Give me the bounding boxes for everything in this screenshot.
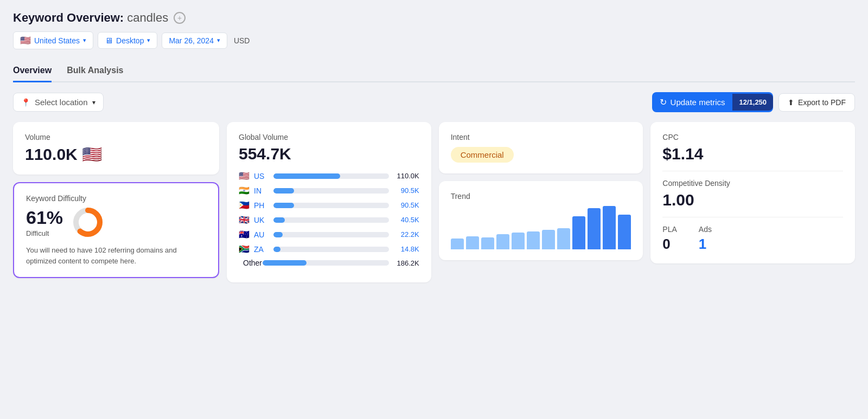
refresh-icon: ↻ [660, 97, 667, 107]
country-code[interactable]: AU [254, 230, 269, 239]
trend-bar [466, 236, 479, 249]
left-column: Volume 110.0K 🇺🇸 Keyword Difficulty 61% … [13, 122, 219, 278]
kd-percentage: 61% Difficult [26, 207, 63, 237]
intent-trend-column: Intent Commercial Trend [439, 122, 643, 260]
country-bar-container [273, 232, 389, 237]
country-bar-fill [273, 232, 283, 237]
kd-label: Keyword Difficulty [26, 194, 206, 203]
country-flag: 🇺🇸 [20, 35, 31, 46]
country-bar-fill [273, 203, 294, 208]
country-flag-icon: 🇺🇸 [239, 171, 250, 181]
ads-label: Ads [699, 225, 712, 234]
country-code[interactable]: ZA [254, 245, 269, 254]
country-flag-icon: 🇮🇳 [239, 185, 250, 196]
country-code[interactable]: PH [254, 201, 269, 210]
volume-label: Volume [25, 133, 207, 141]
filters-row: 🇺🇸 United States ▾ 🖥 Desktop ▾ Mar 26, 2… [13, 31, 855, 49]
cpc-label: CPC [662, 133, 843, 141]
device-filter[interactable]: 🖥 Desktop ▾ [98, 32, 157, 49]
country-value[interactable]: 90.5K [393, 201, 419, 209]
add-keyword-icon[interactable]: + [174, 12, 186, 24]
country-row: 🇺🇸 US 110.0K [239, 171, 419, 181]
country-flag-icon: 🇦🇺 [239, 229, 250, 240]
trend-bar [512, 233, 525, 249]
country-code[interactable]: US [254, 172, 269, 181]
update-metrics-main: ↻ Update metrics [652, 92, 733, 112]
kd-card: Keyword Difficulty 61% Difficult You wil… [13, 182, 219, 278]
cards-grid: Volume 110.0K 🇺🇸 Keyword Difficulty 61% … [13, 122, 855, 282]
country-flag-icon: 🇿🇦 [239, 244, 250, 254]
volume-flag: 🇺🇸 [82, 145, 102, 164]
page-title: Keyword Overview: candles [13, 11, 168, 25]
trend-label: Trend [451, 192, 631, 201]
country-bars: 🇺🇸 US 110.0K 🇮🇳 IN 90.5K 🇵🇭 PH 90.5K 🇬🇧 … [239, 171, 419, 254]
update-metrics-button[interactable]: ↻ Update metrics 12/1,250 [652, 92, 773, 112]
currency-label: USD [232, 33, 252, 48]
date-label: Mar 26, 2024 [169, 36, 214, 45]
pla-value: 0 [662, 236, 676, 253]
intent-badge: Commercial [451, 147, 514, 163]
country-code[interactable]: UK [254, 216, 269, 224]
country-bar-container [273, 217, 389, 223]
divider-1 [662, 171, 843, 171]
volume-value: 110.0K 🇺🇸 [25, 145, 207, 164]
country-label: United States [34, 36, 80, 45]
other-value: 186.2K [393, 259, 419, 267]
trend-bar [557, 228, 570, 249]
trend-bar [542, 230, 555, 249]
country-value[interactable]: 14.8K [393, 245, 419, 253]
density-value: 1.00 [662, 191, 843, 209]
country-code[interactable]: IN [254, 186, 269, 195]
country-row: 🇵🇭 PH 90.5K [239, 200, 419, 210]
trend-bar [451, 238, 464, 249]
date-chevron-icon: ▾ [217, 37, 220, 44]
global-volume-value: 554.7K [239, 145, 419, 163]
update-count-badge: 12/1,250 [732, 94, 773, 111]
trend-bar [481, 237, 494, 249]
ads-value: 1 [699, 236, 712, 253]
trend-chart [451, 206, 631, 249]
country-row: 🇬🇧 UK 40.5K [239, 215, 419, 225]
country-bar-container [273, 203, 389, 208]
other-bar-fill [263, 260, 307, 266]
tab-bulk-analysis[interactable]: Bulk Analysis [67, 60, 123, 82]
location-placeholder: Select location [35, 98, 88, 107]
trend-card: Trend [439, 181, 643, 260]
country-flag-icon: 🇵🇭 [239, 200, 250, 210]
pla-ads-row: PLA 0 Ads 1 [662, 225, 843, 253]
device-label: Desktop [116, 36, 144, 45]
export-pdf-button[interactable]: ⬆ Export to PDF [778, 93, 855, 112]
trend-bar [618, 215, 631, 249]
keyword-label: candles [127, 11, 168, 24]
tab-overview[interactable]: Overview [13, 60, 52, 82]
density-label: Competitive Density [662, 179, 843, 188]
action-row: 📍 Select location ▾ ↻ Update metrics 12/… [13, 92, 855, 112]
volume-number: 110.0K [25, 145, 78, 164]
cpc-value: $1.14 [662, 145, 843, 163]
country-bar-fill [273, 217, 285, 223]
export-label: Export to PDF [798, 98, 846, 107]
trend-bar [603, 206, 616, 249]
trend-bar [572, 216, 585, 249]
divider-2 [662, 217, 843, 217]
location-select[interactable]: 📍 Select location ▾ [13, 93, 104, 112]
desktop-icon: 🖥 [105, 36, 113, 45]
global-volume-label: Global Volume [239, 133, 419, 141]
pla-label: PLA [662, 225, 676, 234]
country-bar-fill [273, 188, 294, 194]
country-filter[interactable]: 🇺🇸 United States ▾ [13, 31, 93, 49]
intent-card: Intent Commercial [439, 122, 643, 173]
intent-label: Intent [451, 133, 631, 141]
trend-bar [588, 208, 601, 249]
global-volume-card: Global Volume 554.7K 🇺🇸 US 110.0K 🇮🇳 IN … [227, 122, 431, 282]
country-value[interactable]: 22.2K [393, 230, 419, 238]
country-flag-icon: 🇬🇧 [239, 215, 250, 225]
country-value[interactable]: 40.5K [393, 216, 419, 224]
pla-column: PLA 0 [662, 225, 676, 253]
date-filter[interactable]: Mar 26, 2024 ▾ [162, 33, 227, 49]
country-bar-container [273, 173, 389, 179]
kd-description: You will need to have 102 referring doma… [26, 245, 206, 266]
update-metrics-label: Update metrics [671, 98, 725, 107]
country-value[interactable]: 90.5K [393, 186, 419, 195]
page-header: Keyword Overview: candles + [13, 11, 855, 25]
